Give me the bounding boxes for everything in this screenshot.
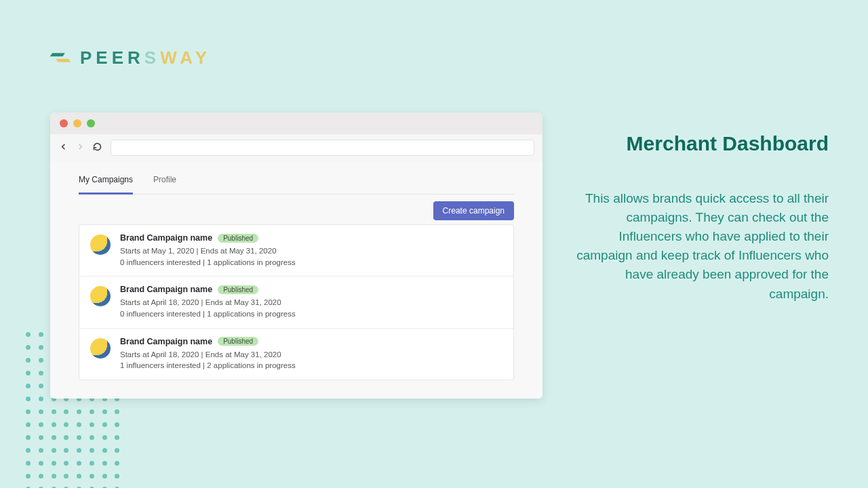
campaign-row-body: Brand Campaign name Published Starts at … xyxy=(120,285,502,319)
campaign-row[interactable]: Brand Campaign name Published Starts at … xyxy=(79,329,513,380)
browser-window: My Campaigns Profile Create campaign Bra… xyxy=(50,113,542,399)
tab-my-campaigns[interactable]: My Campaigns xyxy=(79,168,133,195)
address-bar[interactable] xyxy=(111,140,534,156)
status-badge: Published xyxy=(218,234,258,243)
avatar xyxy=(90,235,111,255)
campaign-dates: Starts at April 18, 2020 | Ends at May 3… xyxy=(120,349,502,361)
campaign-dates: Starts at April 18, 2020 | Ends at May 3… xyxy=(120,297,502,308)
tab-profile[interactable]: Profile xyxy=(153,168,176,194)
minimize-window-icon[interactable] xyxy=(73,119,81,127)
forward-icon[interactable] xyxy=(75,142,85,155)
nav-buttons xyxy=(58,142,102,155)
close-window-icon[interactable] xyxy=(60,119,68,127)
browser-toolbar xyxy=(50,134,542,161)
campaign-list: Brand Campaign name Published Starts at … xyxy=(79,224,514,380)
maximize-window-icon[interactable] xyxy=(87,119,95,127)
logo-text-way: WAY xyxy=(160,47,211,68)
peersway-logo: PEERSWAY xyxy=(49,46,211,69)
reload-icon[interactable] xyxy=(92,142,102,155)
window-titlebar xyxy=(50,113,542,134)
page-description: This allows brands quick access to all t… xyxy=(572,189,829,304)
campaign-meta: 1 influencers interested | 2 application… xyxy=(120,360,502,371)
campaign-row[interactable]: Brand Campaign name Published Starts at … xyxy=(79,225,513,277)
logo-text-s: S xyxy=(144,47,160,68)
back-icon[interactable] xyxy=(58,142,68,155)
campaign-row-body: Brand Campaign name Published Starts at … xyxy=(120,233,502,268)
campaign-meta: 0 influencers interested | 1 application… xyxy=(120,308,502,320)
status-badge: Published xyxy=(218,337,258,346)
logo-mark-icon xyxy=(49,46,72,69)
page-title: Merchant Dashboard xyxy=(572,132,829,155)
campaign-row[interactable]: Brand Campaign name Published Starts at … xyxy=(79,277,513,328)
campaign-meta: 0 influencers interested | 1 application… xyxy=(120,257,502,268)
create-row: Create campaign xyxy=(79,201,514,220)
logo-text-peer: PEER xyxy=(80,47,144,68)
campaign-row-body: Brand Campaign name Published Starts at … xyxy=(120,337,502,371)
status-badge: Published xyxy=(218,285,258,294)
logo-text: PEERSWAY xyxy=(80,47,211,68)
avatar xyxy=(90,286,111,306)
side-panel: Merchant Dashboard This allows brands qu… xyxy=(572,132,829,304)
campaign-name: Brand Campaign name xyxy=(120,233,212,243)
campaign-name: Brand Campaign name xyxy=(120,285,212,294)
avatar xyxy=(90,338,111,359)
campaign-name: Brand Campaign name xyxy=(120,337,212,346)
tabs: My Campaigns Profile xyxy=(79,168,514,195)
app-content: My Campaigns Profile Create campaign Bra… xyxy=(50,161,542,399)
campaign-dates: Starts at May 1, 2020 | Ends at May 31, … xyxy=(120,245,502,257)
create-campaign-button[interactable]: Create campaign xyxy=(433,201,514,220)
